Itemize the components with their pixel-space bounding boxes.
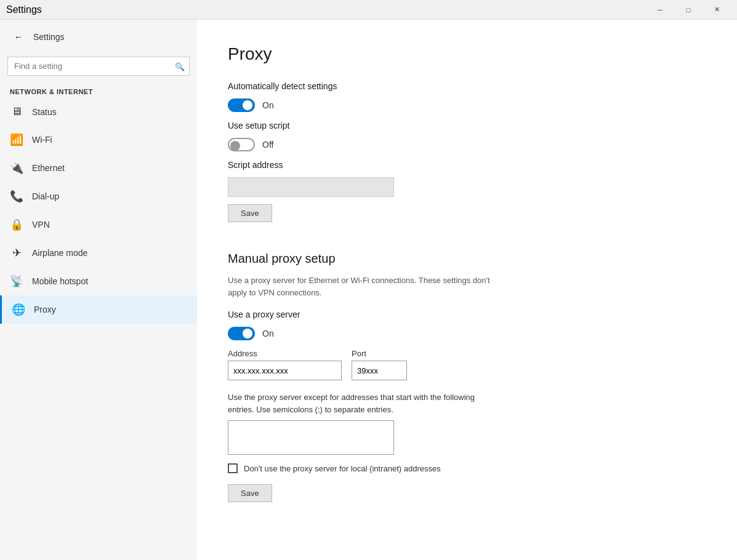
sidebar-item-label: Ethernet: [32, 163, 65, 173]
sidebar-item-label: Proxy: [34, 305, 56, 314]
auto-detect-label: Automatically detect settings: [228, 81, 706, 91]
sidebar-item-label: Status: [32, 107, 57, 117]
port-field-group: Port: [352, 349, 407, 380]
sidebar-item-label: Wi-Fi: [32, 135, 52, 145]
port-label: Port: [352, 349, 407, 358]
hotspot-icon: 📡: [10, 274, 23, 288]
sidebar-item-label: VPN: [32, 220, 50, 230]
exceptions-textarea[interactable]: [228, 420, 394, 455]
titlebar: Settings ─ □ ✕: [0, 0, 737, 20]
minimize-button[interactable]: ─: [646, 0, 674, 20]
script-address-label: Script address: [228, 160, 706, 170]
sidebar-item-vpn[interactable]: 🔒 VPN: [0, 210, 197, 239]
use-proxy-knob: [243, 329, 252, 338]
dont-use-local-row: Don't use the proxy server for local (in…: [228, 463, 706, 473]
sidebar-item-wifi[interactable]: 📶 Wi-Fi: [0, 126, 197, 154]
auto-detect-toggle[interactable]: [228, 98, 255, 112]
port-input[interactable]: [352, 361, 407, 380]
auto-detect-toggle-label: On: [262, 100, 274, 110]
back-button[interactable]: ←: [10, 28, 27, 46]
dialup-icon: 📞: [10, 190, 23, 203]
sidebar-item-label: Mobile hotspot: [32, 276, 88, 286]
sidebar-item-label: Dial-up: [32, 191, 59, 201]
sidebar: ← Settings 🔍 Network & Internet 🖥 Status…: [0, 20, 197, 560]
address-port-row: Address Port: [228, 349, 706, 380]
content-area: Proxy Automatically detect settings On U…: [197, 20, 737, 560]
use-proxy-label: Use a proxy server: [228, 310, 706, 319]
search-input[interactable]: [7, 57, 190, 76]
titlebar-controls: ─ □ ✕: [646, 0, 731, 20]
sidebar-item-hotspot[interactable]: 📡 Mobile hotspot: [0, 267, 197, 295]
search-icon: 🔍: [175, 62, 185, 71]
titlebar-title: Settings: [6, 4, 42, 15]
sidebar-item-proxy[interactable]: 🌐 Proxy: [0, 295, 197, 324]
setup-script-toggle-label: Off: [262, 140, 273, 150]
sidebar-item-label: Airplane mode: [32, 248, 87, 258]
use-proxy-toggle-label: On: [262, 329, 274, 338]
app-body: ← Settings 🔍 Network & Internet 🖥 Status…: [0, 20, 737, 560]
script-address-input[interactable]: [228, 177, 394, 197]
sidebar-item-ethernet[interactable]: 🔌 Ethernet: [0, 154, 197, 182]
sidebar-item-status[interactable]: 🖥 Status: [0, 98, 197, 126]
dont-use-local-checkbox[interactable]: [228, 463, 238, 473]
address-label: Address: [228, 349, 342, 358]
manual-proxy-description: Use a proxy server for Ethernet or Wi-Fi…: [228, 274, 499, 298]
sidebar-header: ← Settings: [0, 20, 197, 54]
proxy-icon: 🌐: [12, 303, 25, 316]
use-proxy-toggle-row: On: [228, 327, 706, 340]
sidebar-search: 🔍: [7, 57, 190, 76]
vpn-icon: 🔒: [10, 218, 23, 231]
setup-script-label: Use setup script: [228, 121, 706, 130]
page-title: Proxy: [228, 44, 706, 64]
sidebar-section-title: Network & Internet: [0, 83, 197, 98]
setup-script-toggle-row: Off: [228, 138, 706, 151]
address-field-group: Address: [228, 349, 342, 380]
setup-script-knob: [230, 141, 240, 151]
exceptions-description: Use the proxy server except for addresse…: [228, 391, 499, 415]
sidebar-app-title: Settings: [33, 32, 65, 42]
status-icon: 🖥: [10, 105, 23, 118]
airplane-icon: ✈: [10, 246, 23, 260]
wifi-icon: 📶: [10, 133, 23, 146]
manual-proxy-title: Manual proxy setup: [228, 252, 706, 266]
setup-script-toggle[interactable]: [228, 138, 255, 151]
auto-detect-toggle-row: On: [228, 98, 706, 112]
setup-script-save-button[interactable]: Save: [228, 204, 272, 222]
manual-proxy-save-button[interactable]: Save: [228, 484, 272, 502]
sidebar-item-airplane[interactable]: ✈ Airplane mode: [0, 239, 197, 267]
maximize-button[interactable]: □: [674, 0, 703, 20]
ethernet-icon: 🔌: [10, 161, 23, 175]
address-input[interactable]: [228, 361, 342, 380]
close-button[interactable]: ✕: [703, 0, 731, 20]
dont-use-local-label: Don't use the proxy server for local (in…: [244, 464, 441, 473]
sidebar-item-dialup[interactable]: 📞 Dial-up: [0, 182, 197, 210]
auto-detect-knob: [243, 100, 252, 110]
use-proxy-toggle[interactable]: [228, 327, 255, 340]
titlebar-left: Settings: [6, 4, 42, 15]
